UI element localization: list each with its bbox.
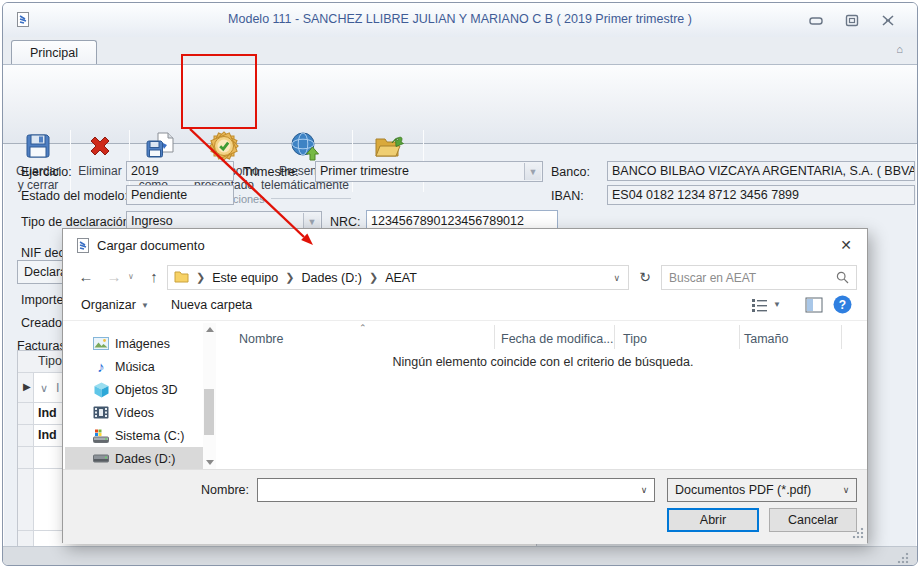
search-box[interactable]	[661, 265, 857, 290]
cancel-button[interactable]: Cancelar	[769, 508, 857, 532]
tipo-declaracion-value: Ingreso	[131, 214, 173, 228]
sidebar-item-label: Sistema (C:)	[115, 429, 184, 443]
importe-label: Importe	[21, 293, 63, 307]
tab-strip	[3, 37, 917, 64]
window-resize-grip[interactable]	[897, 552, 909, 564]
cube-3d-icon	[93, 382, 109, 398]
chevron-down-icon: ▼	[141, 301, 149, 310]
search-icon	[836, 271, 856, 284]
svg-text:?: ?	[839, 298, 846, 312]
scroll-down-icon[interactable]	[206, 460, 214, 465]
banco-field[interactable]: BANCO BILBAO VIZCAYA ARGENTARIA, S.A. ( …	[607, 161, 915, 181]
file-type-dropdown[interactable]: Documentos PDF (*.pdf) ∨	[667, 478, 857, 502]
sidebar-item-sistema-c[interactable]: Sistema (C:)	[63, 424, 203, 447]
system-drive-icon	[93, 428, 109, 444]
breadcrumb-dades-d[interactable]: Dades (D:)	[301, 271, 361, 285]
iban-label: IBAN:	[551, 189, 584, 203]
column-divider[interactable]	[739, 325, 740, 349]
file-type-value: Documentos PDF (*.pdf)	[675, 483, 811, 497]
sidebar-item-dades-d-selected[interactable]: Dades (D:)	[65, 447, 203, 470]
estado-label: Estado del modelo:	[21, 189, 128, 203]
breadcrumb-separator: ❯	[189, 271, 212, 284]
dialog-resize-grip[interactable]	[852, 527, 864, 539]
breadcrumb-separator: ❯	[278, 271, 301, 284]
trimestre-dropdown[interactable]: Primer trimestre ▼	[315, 161, 543, 182]
help-icon[interactable]: ?	[833, 295, 852, 317]
sort-ascending-icon: ⌃	[359, 323, 367, 333]
sidebar-item-label: Dades (D:)	[115, 452, 175, 466]
open-button[interactable]: Abrir	[667, 508, 759, 532]
banco-label: Banco:	[551, 165, 590, 179]
row-cell: Ind	[38, 428, 57, 442]
minimize-button[interactable]	[807, 13, 825, 28]
row-cell: Ind	[38, 406, 57, 420]
file-name-combo[interactable]: ∨	[257, 478, 655, 502]
dialog-close-icon[interactable]: ✕	[825, 229, 867, 261]
empty-folder-message: Ningún elemento coincide con el criterio…	[333, 355, 753, 369]
open-file-dialog: Cargar documento ✕ ← → ∨ ↑ ❯ Este equipo…	[62, 228, 868, 543]
tab-principal-label: Principal	[30, 46, 78, 60]
button-label: Eliminar	[74, 165, 126, 179]
group-row-label: I	[56, 381, 59, 395]
tipo-declaracion-label: Tipo de declaración:	[21, 215, 133, 229]
close-button[interactable]	[879, 13, 897, 28]
column-divider[interactable]	[841, 325, 842, 349]
sidebar-item-label: Música	[115, 360, 155, 374]
new-folder-button[interactable]: Nueva carpeta	[171, 298, 252, 312]
scroll-up-icon[interactable]	[206, 327, 214, 332]
sidebar-item-imagenes[interactable]: Imágenes	[63, 332, 203, 355]
view-mode-icon[interactable]	[751, 297, 769, 316]
forward-icon[interactable]: →	[103, 267, 125, 287]
breadcrumb-este-equipo[interactable]: Este equipo	[212, 271, 278, 285]
collapse-chevron-icon[interactable]: ∨	[40, 382, 48, 395]
sidebar-item-musica[interactable]: ♪ Música	[63, 355, 203, 378]
video-film-icon	[93, 405, 109, 421]
file-name-label: Nombre:	[183, 478, 249, 502]
chevron-down-icon: ∨	[836, 479, 856, 501]
scrollbar-thumb[interactable]	[204, 389, 214, 435]
back-icon[interactable]: ←	[75, 267, 97, 287]
view-mode-chevron-icon[interactable]: ▼	[773, 300, 781, 309]
ribbon-collapse-icon[interactable]: ⌂	[896, 43, 903, 55]
music-note-icon: ♪	[93, 359, 109, 375]
sidebar-scrollbar[interactable]	[203, 323, 216, 469]
column-header-fecha[interactable]: Fecha de modifica...	[501, 332, 614, 346]
recent-locations-chevron-icon[interactable]: ∨	[125, 267, 137, 287]
column-divider[interactable]	[614, 325, 615, 349]
sidebar-item-label: Objetos 3D	[115, 383, 178, 397]
column-header-tamano[interactable]: Tamaño	[744, 332, 788, 346]
address-dropdown-chevron-icon[interactable]: ∨	[613, 273, 628, 283]
search-input[interactable]	[662, 271, 836, 285]
title-bar: Modelo 111 - SANCHEZ LLIBRE JULIAN Y MAR…	[3, 3, 917, 37]
ejercicio-label: Ejercicio:	[21, 165, 72, 179]
preview-pane-icon[interactable]	[805, 297, 823, 316]
breadcrumb-aeat[interactable]: AEAT	[385, 271, 417, 285]
file-name-input[interactable]	[260, 480, 632, 500]
column-header-nombre[interactable]: Nombre	[239, 332, 283, 346]
column-divider[interactable]	[494, 325, 495, 349]
annotation-highlight-box	[181, 54, 257, 129]
sidebar-item-label: Imágenes	[115, 337, 170, 351]
save-icon	[22, 151, 54, 165]
column-header-tipo[interactable]: Tipo	[623, 332, 647, 346]
tab-principal[interactable]: Principal	[11, 40, 97, 65]
ribbon: Guardar y cerrar Eliminar Guardar como .…	[3, 64, 917, 144]
chevron-down-icon: ∨	[634, 479, 654, 501]
estado-field[interactable]: Pendiente	[126, 185, 234, 205]
sidebar-item-label: Vídeos	[115, 406, 154, 420]
pictures-icon	[93, 336, 109, 352]
refresh-icon[interactable]: ↻	[633, 265, 657, 290]
organize-menu[interactable]: Organizar▼	[81, 298, 149, 312]
up-icon[interactable]: ↑	[143, 267, 165, 287]
restore-button[interactable]	[843, 13, 861, 28]
current-row-arrow-icon: ▶	[23, 381, 31, 392]
delete-x-icon	[84, 151, 116, 165]
sidebar-item-objetos-3d[interactable]: Objetos 3D	[63, 378, 203, 401]
trimestre-label: Trimestre:	[243, 165, 299, 179]
address-bar[interactable]: ❯ Este equipo ❯ Dades (D:) ❯ AEAT ∨	[167, 265, 629, 290]
drive-icon	[93, 451, 109, 467]
sidebar-item-videos[interactable]: Vídeos	[63, 401, 203, 424]
column-header-tipo: Tipo	[38, 354, 62, 368]
ejercicio-field[interactable]: 2019	[126, 161, 234, 181]
iban-field[interactable]: ES04 0182 1234 8712 3456 7899	[607, 185, 915, 205]
